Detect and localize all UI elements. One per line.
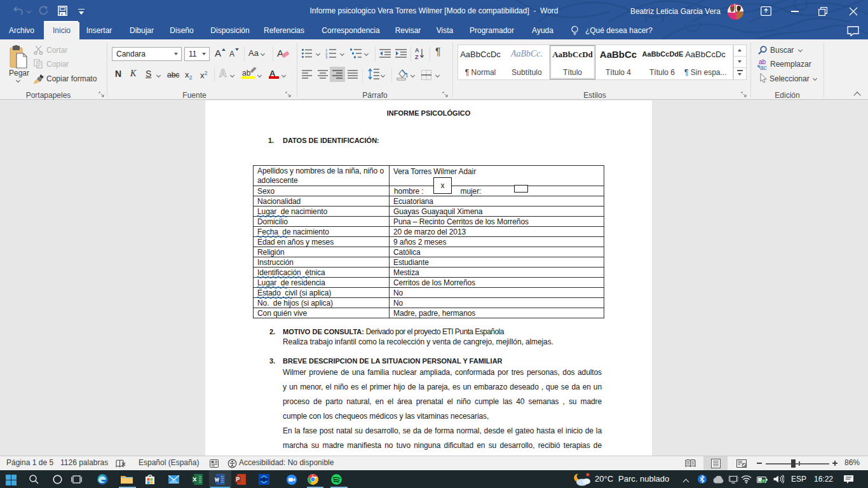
svg-text:3: 3 (325, 55, 328, 58)
svg-text:ac: ac (760, 64, 767, 71)
svg-text:Z: Z (415, 54, 419, 60)
svg-text:A: A (277, 48, 283, 58)
svg-text:A: A (415, 47, 419, 53)
